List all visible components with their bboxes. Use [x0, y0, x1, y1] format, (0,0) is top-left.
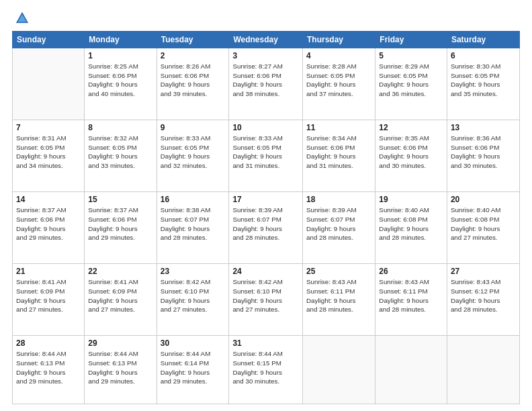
calendar-cell: 9Sunrise: 8:33 AM Sunset: 6:05 PM Daylig…	[157, 120, 229, 192]
day-detail: Sunrise: 8:37 AM Sunset: 6:06 PM Dayligh…	[88, 205, 152, 242]
column-header-monday: Monday	[85, 32, 157, 48]
day-number: 23	[161, 267, 226, 276]
day-number: 2	[161, 51, 226, 60]
day-number: 13	[451, 123, 516, 132]
day-number: 14	[16, 195, 81, 204]
calendar-cell: 10Sunrise: 8:33 AM Sunset: 6:05 PM Dayli…	[229, 120, 303, 192]
day-detail: Sunrise: 8:39 AM Sunset: 6:07 PM Dayligh…	[306, 205, 371, 242]
day-number: 18	[306, 195, 371, 204]
calendar-cell: 12Sunrise: 8:35 AM Sunset: 6:06 PM Dayli…	[375, 120, 447, 192]
calendar-cell: 31Sunrise: 8:44 AM Sunset: 6:15 PM Dayli…	[229, 336, 303, 404]
day-number: 29	[88, 338, 152, 348]
calendar-week-row: 14Sunrise: 8:37 AM Sunset: 6:06 PM Dayli…	[13, 192, 520, 264]
calendar-header-row: SundayMondayTuesdayWednesdayThursdayFrid…	[13, 32, 520, 48]
day-detail: Sunrise: 8:37 AM Sunset: 6:06 PM Dayligh…	[16, 205, 81, 242]
day-number: 17	[232, 195, 299, 204]
column-header-thursday: Thursday	[303, 32, 375, 48]
calendar-cell: 2Sunrise: 8:26 AM Sunset: 6:06 PM Daylig…	[157, 48, 229, 120]
calendar-cell: 29Sunrise: 8:44 AM Sunset: 6:13 PM Dayli…	[85, 336, 157, 404]
logo	[12, 11, 30, 26]
day-number: 1	[88, 51, 152, 60]
calendar-cell: 6Sunrise: 8:30 AM Sunset: 6:05 PM Daylig…	[447, 48, 519, 120]
day-detail: Sunrise: 8:41 AM Sunset: 6:09 PM Dayligh…	[88, 277, 152, 314]
calendar-cell: 15Sunrise: 8:37 AM Sunset: 6:06 PM Dayli…	[85, 192, 157, 264]
calendar-cell: 1Sunrise: 8:25 AM Sunset: 6:06 PM Daylig…	[85, 48, 157, 120]
column-header-sunday: Sunday	[13, 32, 85, 48]
day-number: 26	[379, 267, 443, 276]
calendar-table: SundayMondayTuesdayWednesdayThursdayFrid…	[12, 31, 520, 404]
day-number: 3	[232, 51, 299, 60]
calendar-cell: 26Sunrise: 8:43 AM Sunset: 6:11 PM Dayli…	[375, 264, 447, 336]
day-number: 31	[232, 338, 299, 348]
calendar-cell	[303, 336, 375, 404]
calendar-cell: 11Sunrise: 8:34 AM Sunset: 6:06 PM Dayli…	[303, 120, 375, 192]
calendar-cell: 30Sunrise: 8:44 AM Sunset: 6:14 PM Dayli…	[157, 336, 229, 404]
calendar-cell	[13, 48, 85, 120]
calendar-cell	[447, 336, 519, 404]
day-detail: Sunrise: 8:39 AM Sunset: 6:07 PM Dayligh…	[232, 205, 299, 242]
column-header-saturday: Saturday	[447, 32, 519, 48]
day-number: 30	[161, 338, 226, 348]
calendar-cell: 13Sunrise: 8:36 AM Sunset: 6:06 PM Dayli…	[447, 120, 519, 192]
day-detail: Sunrise: 8:31 AM Sunset: 6:05 PM Dayligh…	[16, 134, 81, 171]
day-number: 19	[379, 195, 443, 204]
day-number: 9	[161, 123, 226, 132]
day-detail: Sunrise: 8:44 AM Sunset: 6:15 PM Dayligh…	[232, 349, 299, 386]
calendar-week-row: 7Sunrise: 8:31 AM Sunset: 6:05 PM Daylig…	[13, 120, 520, 192]
day-number: 15	[88, 195, 152, 204]
day-detail: Sunrise: 8:40 AM Sunset: 6:08 PM Dayligh…	[379, 205, 443, 242]
day-detail: Sunrise: 8:28 AM Sunset: 6:05 PM Dayligh…	[306, 62, 371, 99]
day-detail: Sunrise: 8:30 AM Sunset: 6:05 PM Dayligh…	[451, 62, 516, 99]
day-detail: Sunrise: 8:29 AM Sunset: 6:05 PM Dayligh…	[379, 62, 443, 99]
calendar-cell: 22Sunrise: 8:41 AM Sunset: 6:09 PM Dayli…	[85, 264, 157, 336]
calendar-cell: 25Sunrise: 8:43 AM Sunset: 6:11 PM Dayli…	[303, 264, 375, 336]
day-number: 11	[306, 123, 371, 132]
calendar-cell: 4Sunrise: 8:28 AM Sunset: 6:05 PM Daylig…	[303, 48, 375, 120]
day-detail: Sunrise: 8:41 AM Sunset: 6:09 PM Dayligh…	[16, 277, 81, 314]
day-number: 28	[16, 338, 81, 348]
day-detail: Sunrise: 8:44 AM Sunset: 6:13 PM Dayligh…	[88, 349, 152, 386]
day-detail: Sunrise: 8:42 AM Sunset: 6:10 PM Dayligh…	[161, 277, 226, 314]
calendar-cell: 5Sunrise: 8:29 AM Sunset: 6:05 PM Daylig…	[375, 48, 447, 120]
header	[12, 11, 520, 26]
day-number: 4	[306, 51, 371, 60]
calendar-cell: 8Sunrise: 8:32 AM Sunset: 6:05 PM Daylig…	[85, 120, 157, 192]
day-detail: Sunrise: 8:43 AM Sunset: 6:11 PM Dayligh…	[306, 277, 371, 314]
calendar-cell: 21Sunrise: 8:41 AM Sunset: 6:09 PM Dayli…	[13, 264, 85, 336]
day-detail: Sunrise: 8:44 AM Sunset: 6:13 PM Dayligh…	[16, 349, 81, 386]
calendar-cell: 17Sunrise: 8:39 AM Sunset: 6:07 PM Dayli…	[229, 192, 303, 264]
day-detail: Sunrise: 8:44 AM Sunset: 6:14 PM Dayligh…	[161, 349, 226, 386]
day-detail: Sunrise: 8:36 AM Sunset: 6:06 PM Dayligh…	[451, 134, 516, 171]
column-header-wednesday: Wednesday	[229, 32, 303, 48]
day-detail: Sunrise: 8:40 AM Sunset: 6:08 PM Dayligh…	[451, 205, 516, 242]
calendar-cell: 19Sunrise: 8:40 AM Sunset: 6:08 PM Dayli…	[375, 192, 447, 264]
page: SundayMondayTuesdayWednesdayThursdayFrid…	[0, 0, 532, 411]
day-detail: Sunrise: 8:32 AM Sunset: 6:05 PM Dayligh…	[88, 134, 152, 171]
day-detail: Sunrise: 8:38 AM Sunset: 6:07 PM Dayligh…	[161, 205, 226, 242]
day-number: 16	[161, 195, 226, 204]
day-number: 10	[232, 123, 299, 132]
calendar-cell: 23Sunrise: 8:42 AM Sunset: 6:10 PM Dayli…	[157, 264, 229, 336]
day-number: 22	[88, 267, 152, 276]
day-number: 12	[379, 123, 443, 132]
day-number: 21	[16, 267, 81, 276]
day-detail: Sunrise: 8:43 AM Sunset: 6:11 PM Dayligh…	[379, 277, 443, 314]
day-detail: Sunrise: 8:42 AM Sunset: 6:10 PM Dayligh…	[232, 277, 299, 314]
day-number: 20	[451, 195, 516, 204]
calendar-cell	[375, 336, 447, 404]
day-number: 8	[88, 123, 152, 132]
column-header-friday: Friday	[375, 32, 447, 48]
calendar-cell: 7Sunrise: 8:31 AM Sunset: 6:05 PM Daylig…	[13, 120, 85, 192]
day-number: 25	[306, 267, 371, 276]
day-number: 7	[16, 123, 81, 132]
calendar-cell: 18Sunrise: 8:39 AM Sunset: 6:07 PM Dayli…	[303, 192, 375, 264]
day-number: 6	[451, 51, 516, 60]
day-detail: Sunrise: 8:27 AM Sunset: 6:06 PM Dayligh…	[232, 62, 299, 99]
calendar-cell: 16Sunrise: 8:38 AM Sunset: 6:07 PM Dayli…	[157, 192, 229, 264]
calendar-cell: 27Sunrise: 8:43 AM Sunset: 6:12 PM Dayli…	[447, 264, 519, 336]
day-detail: Sunrise: 8:34 AM Sunset: 6:06 PM Dayligh…	[306, 134, 371, 171]
logo-area	[12, 11, 30, 26]
day-number: 24	[232, 267, 299, 276]
calendar-cell: 3Sunrise: 8:27 AM Sunset: 6:06 PM Daylig…	[229, 48, 303, 120]
calendar-week-row: 21Sunrise: 8:41 AM Sunset: 6:09 PM Dayli…	[13, 264, 520, 336]
